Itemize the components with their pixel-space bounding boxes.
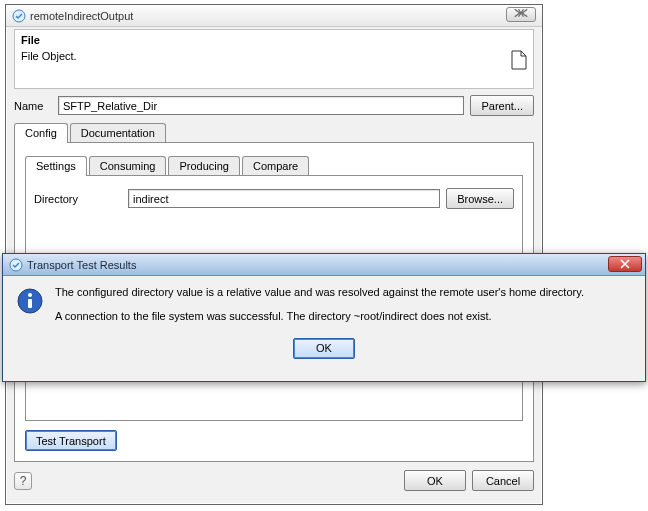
inner-tab-strip: Settings Consuming Producing Compare: [25, 153, 523, 175]
modal-title-bar: Transport Test Results: [3, 254, 645, 276]
tab-producing[interactable]: Producing: [168, 156, 240, 176]
cancel-button[interactable]: Cancel: [472, 470, 534, 491]
test-transport-button[interactable]: Test Transport: [25, 430, 117, 451]
svg-point-1: [10, 259, 22, 271]
file-section: File File Object.: [14, 29, 534, 89]
directory-label: Directory: [34, 193, 122, 205]
svg-point-0: [13, 10, 25, 22]
tab-compare[interactable]: Compare: [242, 156, 309, 176]
tab-settings[interactable]: Settings: [25, 156, 87, 176]
help-icon[interactable]: ?: [14, 472, 32, 490]
transport-test-dialog: Transport Test Results The configured di…: [2, 253, 646, 382]
ok-button[interactable]: OK: [404, 470, 466, 491]
tab-consuming[interactable]: Consuming: [89, 156, 167, 176]
file-description: File Object.: [21, 50, 77, 62]
info-icon: [17, 288, 43, 314]
modal-body: The configured directory value is a rela…: [3, 276, 645, 338]
name-label: Name: [14, 100, 52, 112]
modal-title: Transport Test Results: [27, 259, 136, 271]
bottom-bar: ? OK Cancel: [6, 462, 542, 499]
name-input[interactable]: [58, 96, 464, 115]
outer-tab-strip: Config Documentation: [14, 120, 534, 142]
tab-config[interactable]: Config: [14, 123, 68, 143]
close-icon[interactable]: [506, 7, 536, 22]
svg-rect-4: [28, 299, 32, 308]
tab-documentation[interactable]: Documentation: [70, 123, 166, 143]
name-row: Name Parent...: [14, 95, 534, 116]
window-title: remoteIndirectOutput: [30, 10, 133, 22]
modal-line1: The configured directory value is a rela…: [55, 286, 584, 300]
modal-ok-button[interactable]: OK: [293, 338, 355, 359]
directory-input[interactable]: [128, 189, 440, 208]
file-header: File: [21, 34, 527, 46]
app-icon: [9, 258, 23, 272]
app-icon: [12, 9, 26, 23]
document-icon: [511, 50, 527, 70]
parent-button[interactable]: Parent...: [470, 95, 534, 116]
close-icon[interactable]: [608, 256, 642, 272]
modal-line2: A connection to the file system was succ…: [55, 310, 584, 324]
svg-point-3: [28, 293, 32, 297]
directory-row: Directory Browse...: [34, 188, 514, 209]
modal-message: The configured directory value is a rela…: [55, 286, 584, 334]
browse-button[interactable]: Browse...: [446, 188, 514, 209]
title-bar: remoteIndirectOutput: [6, 5, 542, 27]
